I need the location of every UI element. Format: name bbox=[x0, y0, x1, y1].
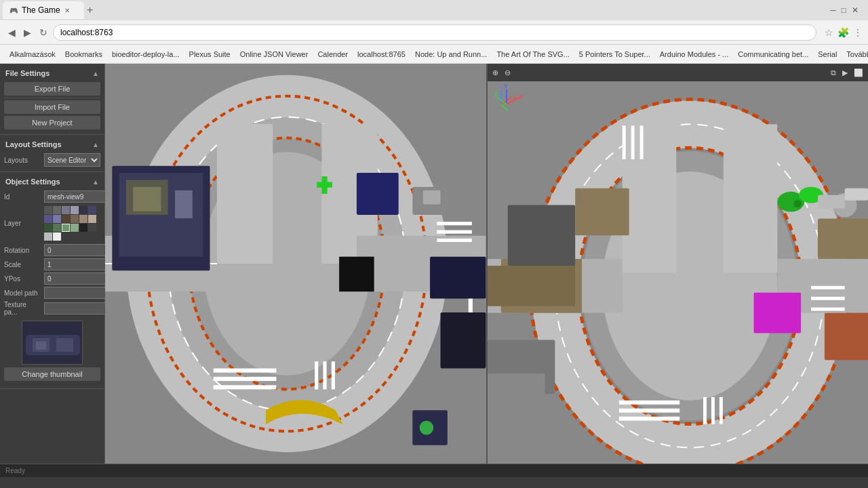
svg-rect-15 bbox=[214, 369, 277, 373]
layout-settings-title: Layout Settings bbox=[5, 140, 62, 148]
bookmark-node[interactable]: Node: Up and Runn... bbox=[411, 49, 491, 60]
layer-color-12[interactable] bbox=[88, 215, 96, 223]
address-bar[interactable] bbox=[53, 24, 816, 41]
svg-rect-57 bbox=[618, 417, 679, 421]
chrome-menu-icon[interactable]: ⋮ bbox=[853, 27, 863, 38]
layer-color-13[interactable] bbox=[44, 224, 52, 232]
model-path-label: Model path bbox=[4, 289, 41, 297]
export-file-button[interactable]: Export File bbox=[4, 82, 100, 96]
viewport-right[interactable]: ⊕ ⊖ ⧉ ▶ ⬜ bbox=[488, 64, 869, 464]
object-settings-section: Object Settings ▲ Id Layer bbox=[0, 172, 104, 389]
file-settings-header[interactable]: File Settings ▲ bbox=[4, 66, 100, 80]
forward-button[interactable]: ▶ bbox=[21, 26, 34, 39]
rotation-row: Rotation bbox=[4, 244, 100, 256]
layer-color-19[interactable] bbox=[44, 232, 52, 241]
file-settings-section: File Settings ▲ Export File Import File … bbox=[0, 64, 104, 135]
layer-color-2[interactable] bbox=[53, 206, 61, 214]
right-viewport-toolbar: ⊕ ⊖ ⧉ ▶ ⬜ bbox=[488, 64, 869, 81]
ypos-row: YPos bbox=[4, 272, 100, 285]
svg-line-92 bbox=[497, 98, 507, 104]
layouts-label: Layouts bbox=[4, 157, 41, 164]
layer-label: Layer bbox=[4, 220, 41, 227]
rotation-label: Rotation bbox=[4, 247, 41, 254]
new-tab-button[interactable]: + bbox=[87, 4, 93, 16]
active-tab[interactable]: 🎮 The Game ✕ bbox=[3, 1, 84, 19]
bookmark-serial[interactable]: Serial bbox=[814, 49, 841, 60]
bookmark-bioeditor[interactable]: bioeditor-deploy-la... bbox=[108, 49, 184, 60]
svg-rect-27 bbox=[175, 190, 193, 218]
layout-settings-header[interactable]: Layout Settings ▲ bbox=[4, 138, 100, 151]
right-zoom-in-button[interactable]: ⊕ bbox=[490, 68, 500, 78]
minimize-button[interactable]: ─ bbox=[830, 5, 836, 15]
svg-rect-76 bbox=[811, 286, 845, 289]
tab-title: The Game bbox=[22, 5, 60, 15]
bookmark-pointers[interactable]: 5 Pointers To Super... bbox=[575, 49, 654, 60]
maximize-button[interactable]: □ bbox=[842, 5, 846, 15]
layer-color-picker bbox=[44, 206, 100, 241]
right-toolbar-right: ⧉ ▶ ⬜ bbox=[829, 68, 865, 78]
close-window-button[interactable]: ✕ bbox=[852, 5, 859, 15]
right-layout-button[interactable]: ⧉ bbox=[829, 68, 838, 78]
change-thumbnail-button[interactable]: Change thumbnail bbox=[4, 367, 100, 381]
layer-color-16[interactable] bbox=[71, 224, 79, 232]
svg-rect-80 bbox=[631, 125, 634, 159]
layer-color-20[interactable] bbox=[53, 232, 61, 241]
svg-line-91 bbox=[507, 98, 519, 104]
object-settings-collapse-icon: ▲ bbox=[92, 178, 99, 186]
layer-color-9[interactable] bbox=[62, 215, 70, 223]
svg-rect-30 bbox=[357, 173, 399, 215]
bookmark-localhost[interactable]: localhost:8765 bbox=[353, 49, 410, 60]
bookmarks-bar: Alkalmazások Bookmarks bioeditor-deploy-… bbox=[0, 45, 868, 64]
layer-color-7[interactable] bbox=[44, 215, 52, 223]
layouts-select[interactable]: Scene Editor bbox=[44, 153, 100, 167]
layer-color-15[interactable] bbox=[62, 224, 70, 232]
svg-rect-64 bbox=[817, 218, 868, 259]
tab-close-button[interactable]: ✕ bbox=[64, 7, 70, 14]
object-settings-header[interactable]: Object Settings ▲ bbox=[4, 175, 100, 188]
bookmark-communicating[interactable]: Communicating bet... bbox=[734, 49, 812, 60]
nav-bar: ◀ ▶ ↻ ☆ 🧩 ⋮ bbox=[0, 20, 868, 45]
layer-color-5[interactable] bbox=[79, 206, 87, 214]
refresh-button[interactable]: ↻ bbox=[37, 26, 50, 39]
svg-rect-4 bbox=[36, 342, 46, 350]
bookmark-bookmarks[interactable]: Bookmarks bbox=[61, 49, 106, 60]
xyz-indicator: Y X Z bbox=[493, 84, 527, 113]
id-row: Id bbox=[4, 190, 100, 203]
import-file-button[interactable]: Import File bbox=[4, 100, 100, 114]
bookmark-apps[interactable]: Alkalmazások bbox=[5, 49, 60, 60]
layer-color-10[interactable] bbox=[71, 215, 79, 223]
viewport-container: M S ✥ ✎ ◻ ⊞ ✋ ⊕ ⊖ ≡ ↶ ↷ bbox=[105, 64, 868, 464]
new-project-button[interactable]: New Project bbox=[4, 116, 100, 129]
bookmark-json[interactable]: Online JSON Viewer bbox=[236, 49, 313, 60]
bookmark-calender[interactable]: Calender bbox=[313, 49, 352, 60]
layer-color-14[interactable] bbox=[53, 224, 61, 232]
bookmark-svg[interactable]: The Art Of The SVG... bbox=[492, 49, 573, 60]
app-container: File Settings ▲ Export File Import File … bbox=[0, 64, 868, 464]
layer-color-3[interactable] bbox=[62, 206, 70, 214]
texture-path-row: Texture pa... bbox=[4, 301, 100, 316]
layer-color-1[interactable] bbox=[44, 206, 52, 214]
layer-color-17[interactable] bbox=[79, 224, 87, 232]
layer-row: Layer bbox=[4, 205, 100, 242]
layer-color-18[interactable] bbox=[88, 224, 96, 232]
bookmark-arduino[interactable]: Arduino Modules - ... bbox=[656, 49, 733, 60]
scale-row: Scale bbox=[4, 258, 100, 270]
layer-color-11[interactable] bbox=[79, 215, 87, 223]
layer-color-6[interactable] bbox=[88, 206, 96, 214]
layer-color-8[interactable] bbox=[53, 215, 61, 223]
extensions-icon[interactable]: 🧩 bbox=[837, 27, 849, 38]
svg-rect-62 bbox=[575, 188, 629, 236]
right-zoom-out-button[interactable]: ⊖ bbox=[502, 68, 513, 78]
file-settings-title: File Settings bbox=[5, 69, 50, 77]
viewport-left[interactable]: M S ✥ ✎ ◻ ⊞ ✋ ⊕ ⊖ ≡ ↶ ↷ bbox=[105, 64, 488, 464]
right-stop-button[interactable]: ⬜ bbox=[852, 68, 865, 78]
svg-rect-13 bbox=[217, 124, 273, 264]
layer-color-4[interactable] bbox=[71, 206, 79, 214]
bookmark-more[interactable]: További könyvjelzők bbox=[842, 49, 868, 60]
right-play-button[interactable]: ▶ bbox=[840, 68, 850, 78]
back-button[interactable]: ◀ bbox=[5, 26, 18, 39]
status-bar: Ready bbox=[0, 464, 868, 477]
svg-rect-55 bbox=[618, 401, 679, 405]
bookmark-plexus[interactable]: Plexus Suite bbox=[185, 49, 235, 60]
bookmark-star-icon[interactable]: ☆ bbox=[825, 27, 833, 38]
